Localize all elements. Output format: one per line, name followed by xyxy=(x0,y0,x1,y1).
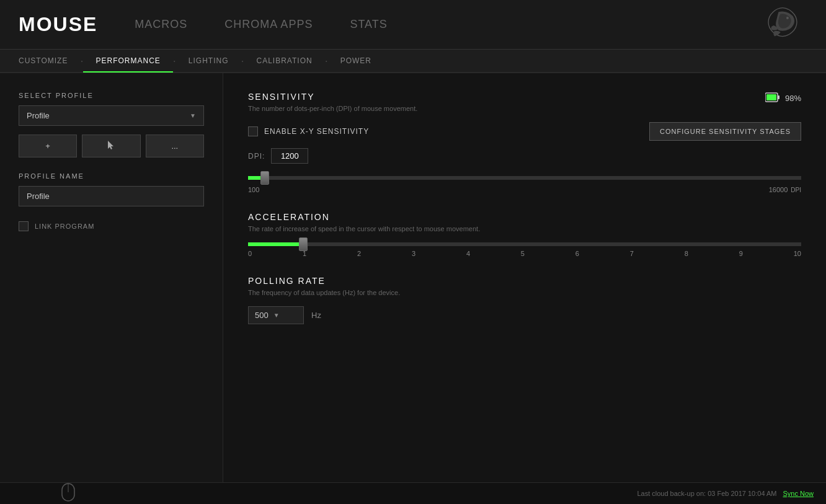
svg-marker-1 xyxy=(108,141,113,149)
cursor-profile-button[interactable] xyxy=(82,135,140,157)
dpi-slider-labels: 100 16000 DPI xyxy=(248,186,801,193)
polling-rate-desc: The frequency of data updates (Hz) for t… xyxy=(248,289,801,296)
sensitivity-title-block: SENSITIVITY The number of dots-per-inch … xyxy=(248,92,417,122)
nav-stats[interactable]: STATS xyxy=(350,18,387,31)
configure-sensitivity-button[interactable]: CONFIGURE SENSITIVITY STAGES xyxy=(649,122,801,141)
more-options-button[interactable]: ... xyxy=(146,135,204,157)
subnav-performance[interactable]: PERFORMANCE xyxy=(83,50,172,73)
razer-logo-icon xyxy=(758,3,807,46)
dpi-slider-max: 16000 DPI xyxy=(769,186,801,193)
subnav-calibration[interactable]: CALIBRATION xyxy=(244,50,325,72)
polling-rate-title: POLLING RATE xyxy=(248,276,801,286)
battery-row: 98% xyxy=(765,92,801,105)
sensitivity-header: SENSITIVITY The number of dots-per-inch … xyxy=(248,92,801,122)
right-panel: SENSITIVITY The number of dots-per-inch … xyxy=(223,73,826,482)
svg-rect-4 xyxy=(766,94,776,100)
acceleration-section: ACCELERATION The rate of increase of spe… xyxy=(248,212,801,257)
accel-slider-fill xyxy=(248,242,303,246)
tick-7: 7 xyxy=(630,250,634,257)
tick-6: 6 xyxy=(575,250,579,257)
sync-now-button[interactable]: Sync Now xyxy=(783,490,814,497)
dpi-unit: DPI xyxy=(791,187,801,193)
link-program-label: LINK PROGRAM xyxy=(35,223,94,230)
bottom-bar: Last cloud back-up on: 03 Feb 2017 10:04… xyxy=(0,482,826,504)
tick-9: 9 xyxy=(739,250,743,257)
dpi-slider-container: 100 16000 DPI xyxy=(248,176,801,193)
sensitivity-title: SENSITIVITY xyxy=(248,92,417,102)
hz-label: Hz xyxy=(311,311,321,320)
tick-8: 8 xyxy=(685,250,688,257)
enable-xy-checkbox[interactable] xyxy=(248,126,258,136)
dpi-label: DPI: xyxy=(248,152,265,161)
dpi-row: DPI: 1200 xyxy=(248,148,801,164)
sub-nav: CUSTOMIZE · PERFORMANCE · LIGHTING · CAL… xyxy=(0,50,826,73)
acceleration-desc: The rate of increase of speed in the cur… xyxy=(248,225,801,232)
dpi-slider-min: 100 xyxy=(248,186,259,193)
tick-10: 10 xyxy=(794,250,801,257)
subnav-lighting[interactable]: LIGHTING xyxy=(176,50,241,72)
accel-ticks: 0 1 2 3 4 5 6 7 8 9 10 xyxy=(248,250,801,257)
select-profile-label: SELECT PROFILE xyxy=(19,92,204,99)
acceleration-title: ACCELERATION xyxy=(248,212,801,222)
tick-4: 4 xyxy=(466,250,470,257)
polling-rate-select[interactable]: 500 ▼ xyxy=(248,306,304,324)
main-layout: SELECT PROFILE Profile ▼ + ... PROFILE N… xyxy=(0,73,826,482)
tick-5: 5 xyxy=(521,250,525,257)
battery-percent: 98% xyxy=(785,94,801,103)
top-nav-links: MACROS CHROMA APPS STATS xyxy=(135,18,758,31)
profile-buttons: + ... xyxy=(19,135,204,157)
left-panel: SELECT PROFILE Profile ▼ + ... PROFILE N… xyxy=(0,73,223,482)
nav-macros[interactable]: MACROS xyxy=(135,18,187,31)
enable-xy-row: ENABLE X-Y SENSITIVITY CONFIGURE SENSITI… xyxy=(248,122,801,141)
polling-rate-row: 500 ▼ Hz xyxy=(248,306,801,324)
accel-slider-container: 0 1 2 3 4 5 6 7 8 9 10 xyxy=(248,242,801,257)
dpi-slider-track[interactable] xyxy=(248,176,801,180)
link-program-checkbox[interactable] xyxy=(19,221,29,231)
subnav-power[interactable]: POWER xyxy=(328,50,384,72)
top-nav: MOUSE MACROS CHROMA APPS STATS xyxy=(0,0,826,50)
app-title: MOUSE xyxy=(19,13,97,36)
profile-dropdown-value: Profile xyxy=(27,111,50,120)
svg-point-0 xyxy=(786,17,789,19)
battery-icon xyxy=(765,92,780,105)
mouse-icon xyxy=(50,482,87,504)
cursor-icon xyxy=(107,140,115,150)
tick-3: 3 xyxy=(412,250,415,257)
backup-text: Last cloud back-up on: 03 Feb 2017 10:04… xyxy=(637,490,776,497)
nav-chroma-apps[interactable]: CHROMA APPS xyxy=(224,18,313,31)
polling-rate-section: POLLING RATE The frequency of data updat… xyxy=(248,276,801,324)
sensitivity-desc: The number of dots-per-inch (DPI) of mou… xyxy=(248,105,417,112)
profile-name-input[interactable] xyxy=(19,186,204,206)
profile-name-label: PROFILE NAME xyxy=(19,172,204,180)
svg-rect-3 xyxy=(778,95,779,99)
polling-rate-value: 500 xyxy=(255,311,269,320)
chevron-down-icon: ▼ xyxy=(190,112,196,119)
tick-0: 0 xyxy=(248,250,252,257)
add-profile-button[interactable]: + xyxy=(19,135,77,157)
profile-dropdown[interactable]: Profile ▼ xyxy=(19,105,204,126)
link-program-row: LINK PROGRAM xyxy=(19,221,204,231)
chevron-down-icon: ▼ xyxy=(273,312,280,319)
enable-xy-label: ENABLE X-Y SENSITIVITY xyxy=(264,127,369,136)
subnav-customize[interactable]: CUSTOMIZE xyxy=(6,50,80,72)
dpi-value[interactable]: 1200 xyxy=(271,148,308,164)
accel-slider-track[interactable] xyxy=(248,242,801,246)
accel-slider-thumb[interactable] xyxy=(299,237,308,251)
dpi-slider-thumb[interactable] xyxy=(260,171,269,185)
tick-2: 2 xyxy=(357,250,361,257)
